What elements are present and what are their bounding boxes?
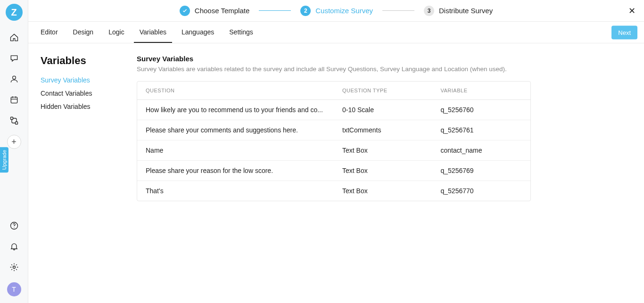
check-icon	[180, 6, 190, 16]
svg-point-5	[14, 228, 14, 228]
tab-settings[interactable]: Settings	[223, 22, 259, 43]
table-row[interactable]: Please share your comments and suggestio…	[137, 120, 530, 140]
svg-point-0	[12, 76, 16, 79]
svg-rect-2	[10, 117, 13, 120]
cell-variable: q_5256760	[432, 100, 531, 120]
wizard-step-2[interactable]: 2 Customize Survey	[300, 6, 373, 16]
sidemenu-item-contact-variables[interactable]: Contact Variables	[41, 90, 135, 97]
rail-bottom: T	[6, 217, 23, 303]
calendar-icon[interactable]	[6, 91, 23, 108]
tab-editor[interactable]: Editor	[35, 22, 64, 43]
th-variable: VARIABLE	[432, 82, 531, 100]
table-row[interactable]: Please share your reason for the low sco…	[137, 161, 530, 181]
brand-logo[interactable]: Z	[6, 4, 23, 21]
upgrade-button[interactable]: Upgrade	[0, 147, 8, 172]
tab-label: Design	[73, 28, 94, 36]
table-row[interactable]: How likely are you to recommend us to yo…	[137, 100, 530, 120]
bell-icon[interactable]	[6, 238, 23, 255]
cell-type: 0-10 Scale	[334, 100, 432, 120]
wizard-step-1[interactable]: Choose Template	[180, 6, 249, 16]
left-rail: Z + Upgrade T	[0, 0, 28, 303]
cell-question: That's	[137, 181, 334, 201]
wizard-bar: Choose Template 2 Customize Survey 3 Dis…	[28, 0, 644, 22]
tab-label: Languages	[182, 28, 214, 36]
tab-label: Variables	[140, 28, 166, 36]
chat-icon[interactable]	[6, 50, 23, 67]
cell-variable: contact_name	[432, 140, 531, 161]
cell-variable: q_5256770	[432, 181, 531, 201]
tab-logic[interactable]: Logic	[103, 22, 130, 43]
upgrade-label: Upgrade	[1, 150, 7, 170]
wizard-connector-2	[382, 10, 414, 11]
cell-variable: q_5256769	[432, 161, 531, 181]
tab-label: Settings	[229, 28, 253, 36]
logo-initial: Z	[11, 7, 17, 18]
cell-type: Text Box	[334, 181, 432, 201]
pane-description: Survey Variables are variables related t…	[137, 66, 531, 73]
variables-table: QUESTION QUESTION TYPE VARIABLE How like…	[137, 81, 531, 201]
cell-type: Text Box	[334, 161, 432, 181]
wizard-step-label: Choose Template	[195, 7, 249, 15]
cell-variable: q_5256761	[432, 120, 531, 140]
sidemenu-item-label: Hidden Variables	[41, 103, 91, 110]
help-icon[interactable]	[6, 217, 23, 234]
svg-rect-3	[15, 122, 17, 124]
sidemenu-item-label: Survey Variables	[41, 76, 90, 84]
cell-question: Please share your comments and suggestio…	[137, 120, 334, 140]
workflow-icon[interactable]	[6, 112, 23, 129]
gear-icon[interactable]	[6, 259, 23, 276]
step-number-icon: 3	[424, 6, 434, 16]
cell-type: Text Box	[334, 140, 432, 161]
next-label: Next	[618, 29, 631, 36]
avatar-initial: T	[12, 286, 16, 293]
add-button[interactable]: +	[7, 135, 21, 149]
table-row[interactable]: That's Text Box q_5256770	[137, 181, 530, 201]
tab-design[interactable]: Design	[67, 22, 99, 43]
sidemenu: Variables Survey Variables Contact Varia…	[41, 55, 135, 303]
avatar[interactable]: T	[7, 282, 21, 296]
wizard-step-label: Customize Survey	[315, 7, 373, 15]
th-question-type: QUESTION TYPE	[334, 82, 432, 100]
sidemenu-item-survey-variables[interactable]: Survey Variables	[41, 76, 135, 84]
content: Variables Survey Variables Contact Varia…	[28, 43, 644, 303]
main-area: Choose Template 2 Customize Survey 3 Dis…	[28, 0, 644, 303]
svg-point-6	[13, 266, 15, 269]
svg-rect-1	[11, 97, 17, 103]
cell-type: txtComments	[334, 120, 432, 140]
wizard-connector-1	[259, 10, 291, 11]
wizard-step-label: Distribute Survey	[439, 7, 493, 15]
wizard-steps: Choose Template 2 Customize Survey 3 Dis…	[180, 6, 493, 16]
th-question: QUESTION	[137, 82, 334, 100]
tab-label: Logic	[108, 28, 124, 36]
close-icon[interactable]: ✕	[626, 5, 637, 16]
tab-label: Editor	[41, 28, 58, 36]
table-header-row: QUESTION QUESTION TYPE VARIABLE	[137, 82, 530, 100]
subnav: Editor Design Logic Variables Languages …	[28, 22, 644, 43]
tab-variables[interactable]: Variables	[134, 22, 172, 43]
pane: Survey Variables Survey Variables are va…	[135, 55, 531, 303]
tab-languages[interactable]: Languages	[176, 22, 220, 43]
home-icon[interactable]	[6, 29, 23, 46]
cell-question: Please share your reason for the low sco…	[137, 161, 334, 181]
sidemenu-item-label: Contact Variables	[41, 90, 92, 97]
cell-question: Name	[137, 140, 334, 161]
cell-question: How likely are you to recommend us to yo…	[137, 100, 334, 120]
step-number-icon: 2	[300, 6, 311, 16]
next-button[interactable]: Next	[611, 25, 637, 39]
table-row[interactable]: Name Text Box contact_name	[137, 140, 530, 161]
person-icon[interactable]	[6, 71, 23, 88]
sidemenu-item-hidden-variables[interactable]: Hidden Variables	[41, 103, 135, 110]
wizard-step-3[interactable]: 3 Distribute Survey	[424, 6, 493, 16]
pane-title: Survey Variables	[137, 55, 531, 63]
sidemenu-title: Variables	[41, 55, 135, 67]
